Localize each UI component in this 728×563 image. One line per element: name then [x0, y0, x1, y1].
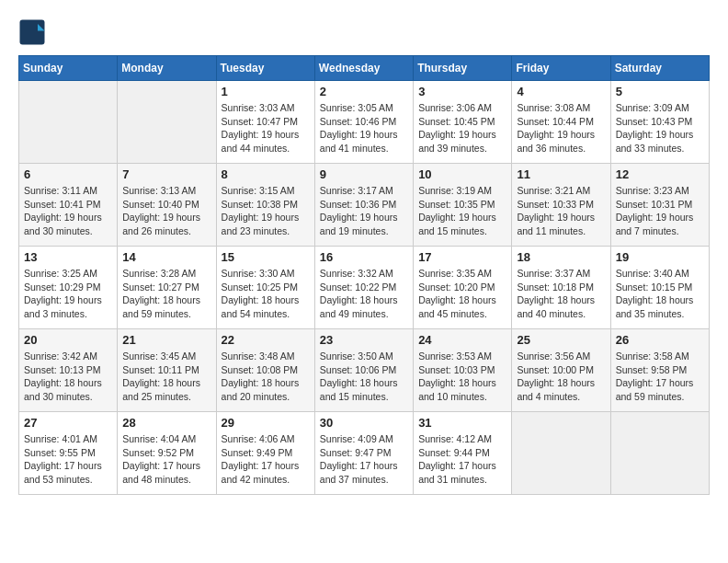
day-cell: 3Sunrise: 3:06 AMSunset: 10:45 PMDayligh… — [414, 81, 512, 164]
day-cell: 7Sunrise: 3:13 AMSunset: 10:40 PMDayligh… — [118, 164, 216, 247]
day-cell: 11Sunrise: 3:21 AMSunset: 10:33 PMDaylig… — [512, 164, 610, 247]
day-info: Sunrise: 3:17 AMSunset: 10:36 PMDaylight… — [320, 184, 408, 238]
day-cell — [512, 412, 610, 495]
day-number: 25 — [517, 333, 605, 347]
day-number: 20 — [24, 333, 112, 347]
day-info: Sunrise: 3:11 AMSunset: 10:41 PMDaylight… — [24, 184, 112, 238]
day-info: Sunrise: 3:05 AMSunset: 10:46 PMDaylight… — [320, 101, 408, 155]
logo — [18, 18, 50, 46]
day-info: Sunrise: 4:06 AMSunset: 9:49 PMDaylight:… — [222, 432, 310, 487]
day-info: Sunrise: 4:12 AMSunset: 9:44 PMDaylight:… — [418, 432, 506, 487]
day-cell: 19Sunrise: 3:40 AMSunset: 10:15 PMDaylig… — [610, 247, 709, 329]
day-cell: 21Sunrise: 3:45 AMSunset: 10:11 PMDaylig… — [118, 329, 216, 412]
day-cell: 1Sunrise: 3:03 AMSunset: 10:47 PMDayligh… — [216, 81, 314, 164]
day-number: 16 — [320, 250, 408, 264]
weekday-header-friday: Friday — [512, 56, 610, 81]
day-cell — [19, 81, 118, 164]
day-number: 28 — [122, 416, 210, 430]
day-info: Sunrise: 3:28 AMSunset: 10:27 PMDaylight… — [122, 267, 210, 321]
day-cell: 25Sunrise: 3:56 AMSunset: 10:00 PMDaylig… — [512, 329, 610, 412]
day-cell: 5Sunrise: 3:09 AMSunset: 10:43 PMDayligh… — [610, 81, 709, 164]
weekday-header-monday: Monday — [118, 56, 216, 81]
day-info: Sunrise: 3:48 AMSunset: 10:08 PMDaylight… — [222, 350, 310, 404]
day-info: Sunrise: 3:45 AMSunset: 10:11 PMDaylight… — [122, 350, 210, 404]
day-cell: 15Sunrise: 3:30 AMSunset: 10:25 PMDaylig… — [216, 247, 314, 329]
day-cell: 14Sunrise: 3:28 AMSunset: 10:27 PMDaylig… — [118, 247, 216, 329]
day-cell: 30Sunrise: 4:09 AMSunset: 9:47 PMDayligh… — [314, 412, 413, 495]
week-row-1: 1Sunrise: 3:03 AMSunset: 10:47 PMDayligh… — [19, 81, 710, 164]
day-cell: 18Sunrise: 3:37 AMSunset: 10:18 PMDaylig… — [512, 247, 610, 329]
day-number: 14 — [122, 250, 210, 264]
day-cell: 29Sunrise: 4:06 AMSunset: 9:49 PMDayligh… — [216, 412, 314, 495]
day-info: Sunrise: 3:15 AMSunset: 10:38 PMDaylight… — [222, 184, 310, 238]
day-cell — [118, 81, 216, 164]
day-cell: 20Sunrise: 3:42 AMSunset: 10:13 PMDaylig… — [19, 329, 118, 412]
week-row-3: 13Sunrise: 3:25 AMSunset: 10:29 PMDaylig… — [19, 247, 710, 329]
svg-rect-0 — [20, 20, 45, 45]
weekday-header-tuesday: Tuesday — [216, 56, 314, 81]
day-cell: 26Sunrise: 3:58 AMSunset: 9:58 PMDayligh… — [610, 329, 709, 412]
day-cell: 9Sunrise: 3:17 AMSunset: 10:36 PMDayligh… — [314, 164, 413, 247]
day-number: 30 — [320, 416, 408, 430]
day-cell — [610, 412, 709, 495]
day-number: 24 — [418, 333, 506, 347]
weekday-header-thursday: Thursday — [414, 56, 512, 81]
day-cell: 31Sunrise: 4:12 AMSunset: 9:44 PMDayligh… — [414, 412, 512, 495]
day-cell: 2Sunrise: 3:05 AMSunset: 10:46 PMDayligh… — [314, 81, 413, 164]
day-info: Sunrise: 4:04 AMSunset: 9:52 PMDaylight:… — [122, 432, 210, 487]
day-number: 7 — [122, 167, 210, 181]
day-number: 5 — [616, 85, 704, 98]
day-number: 13 — [24, 250, 112, 264]
day-cell: 28Sunrise: 4:04 AMSunset: 9:52 PMDayligh… — [118, 412, 216, 495]
day-info: Sunrise: 3:23 AMSunset: 10:31 PMDaylight… — [616, 184, 704, 238]
calendar-table: SundayMondayTuesdayWednesdayThursdayFrid… — [18, 55, 710, 495]
day-info: Sunrise: 3:21 AMSunset: 10:33 PMDaylight… — [517, 184, 605, 238]
weekday-header-row: SundayMondayTuesdayWednesdayThursdayFrid… — [19, 56, 710, 81]
page-header — [18, 18, 710, 46]
day-number: 31 — [418, 416, 506, 430]
day-info: Sunrise: 3:30 AMSunset: 10:25 PMDaylight… — [222, 267, 310, 321]
day-number: 6 — [24, 167, 112, 181]
day-number: 15 — [222, 250, 310, 264]
day-info: Sunrise: 3:13 AMSunset: 10:40 PMDaylight… — [122, 184, 210, 238]
day-info: Sunrise: 3:42 AMSunset: 10:13 PMDaylight… — [24, 350, 112, 404]
week-row-2: 6Sunrise: 3:11 AMSunset: 10:41 PMDayligh… — [19, 164, 710, 247]
day-cell: 6Sunrise: 3:11 AMSunset: 10:41 PMDayligh… — [19, 164, 118, 247]
logo-icon — [18, 18, 46, 46]
day-cell: 13Sunrise: 3:25 AMSunset: 10:29 PMDaylig… — [19, 247, 118, 329]
day-number: 27 — [24, 416, 112, 430]
day-cell: 8Sunrise: 3:15 AMSunset: 10:38 PMDayligh… — [216, 164, 314, 247]
day-info: Sunrise: 3:56 AMSunset: 10:00 PMDaylight… — [517, 350, 605, 404]
day-info: Sunrise: 3:35 AMSunset: 10:20 PMDaylight… — [418, 267, 506, 321]
day-info: Sunrise: 3:50 AMSunset: 10:06 PMDaylight… — [320, 350, 408, 404]
day-info: Sunrise: 3:58 AMSunset: 9:58 PMDaylight:… — [616, 350, 704, 404]
day-number: 22 — [222, 333, 310, 347]
day-number: 3 — [418, 85, 506, 98]
day-number: 9 — [320, 167, 408, 181]
day-info: Sunrise: 4:09 AMSunset: 9:47 PMDaylight:… — [320, 432, 408, 487]
day-info: Sunrise: 3:40 AMSunset: 10:15 PMDaylight… — [616, 267, 704, 321]
day-cell: 23Sunrise: 3:50 AMSunset: 10:06 PMDaylig… — [314, 329, 413, 412]
day-number: 10 — [418, 167, 506, 181]
day-info: Sunrise: 3:25 AMSunset: 10:29 PMDaylight… — [24, 267, 112, 321]
weekday-header-saturday: Saturday — [610, 56, 709, 81]
day-info: Sunrise: 3:53 AMSunset: 10:03 PMDaylight… — [418, 350, 506, 404]
day-number: 2 — [320, 85, 408, 98]
day-number: 21 — [122, 333, 210, 347]
day-number: 17 — [418, 250, 506, 264]
day-info: Sunrise: 3:09 AMSunset: 10:43 PMDaylight… — [616, 101, 704, 155]
day-info: Sunrise: 4:01 AMSunset: 9:55 PMDaylight:… — [24, 432, 112, 487]
day-number: 18 — [517, 250, 605, 264]
day-number: 1 — [222, 85, 310, 98]
weekday-header-wednesday: Wednesday — [314, 56, 413, 81]
day-number: 29 — [222, 416, 310, 430]
day-cell: 12Sunrise: 3:23 AMSunset: 10:31 PMDaylig… — [610, 164, 709, 247]
day-cell: 16Sunrise: 3:32 AMSunset: 10:22 PMDaylig… — [314, 247, 413, 329]
day-number: 23 — [320, 333, 408, 347]
day-info: Sunrise: 3:06 AMSunset: 10:45 PMDaylight… — [418, 101, 506, 155]
day-cell: 10Sunrise: 3:19 AMSunset: 10:35 PMDaylig… — [414, 164, 512, 247]
day-info: Sunrise: 3:32 AMSunset: 10:22 PMDaylight… — [320, 267, 408, 321]
day-cell: 17Sunrise: 3:35 AMSunset: 10:20 PMDaylig… — [414, 247, 512, 329]
day-number: 4 — [517, 85, 605, 98]
day-info: Sunrise: 3:19 AMSunset: 10:35 PMDaylight… — [418, 184, 506, 238]
